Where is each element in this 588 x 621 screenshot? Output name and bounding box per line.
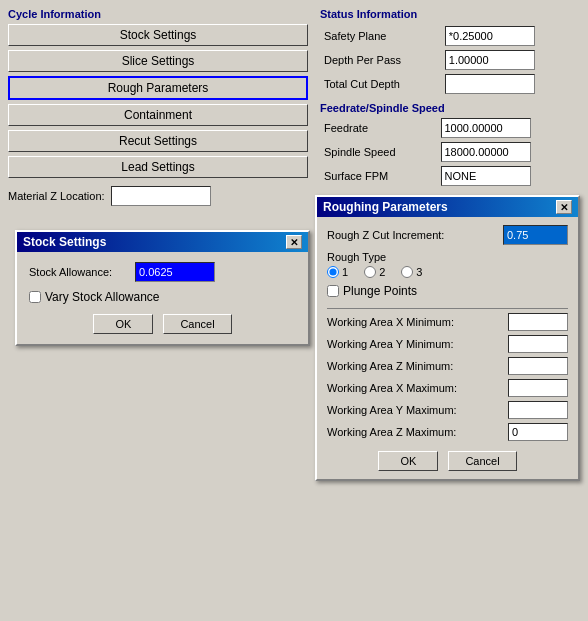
rough-parameters-button[interactable]: Rough Parameters: [8, 76, 308, 100]
working-area-z-max-input[interactable]: [508, 423, 568, 441]
roughing-parameters-modal: Roughing Parameters ✕ Rough Z Cut Increm…: [315, 195, 580, 481]
roughing-cancel-button[interactable]: Cancel: [448, 451, 516, 471]
roughing-parameters-close-button[interactable]: ✕: [556, 200, 572, 214]
right-panel: Status Information Safety Plane Depth Pe…: [320, 8, 580, 188]
stock-ok-button[interactable]: OK: [93, 314, 153, 334]
working-area-y-max-label: Working Area Y Maximum:: [327, 404, 508, 416]
stock-settings-buttons: OK Cancel: [29, 314, 296, 334]
cycle-info-title: Cycle Information: [8, 8, 308, 20]
stock-settings-modal: Stock Settings ✕ Stock Allowance: Vary S…: [15, 230, 310, 346]
feedrate-row: Feedrate: [320, 116, 580, 140]
working-area-z-max-row: Working Area Z Maximum:: [327, 423, 568, 441]
feedrate-table: Feedrate Spindle Speed Surface FPM: [320, 116, 580, 188]
stock-settings-content: Stock Allowance: Vary Stock Allowance OK…: [17, 252, 308, 344]
spindle-speed-input[interactable]: [441, 142, 531, 162]
vary-stock-allowance-label: Vary Stock Allowance: [45, 290, 160, 304]
status-info-title: Status Information: [320, 8, 580, 20]
working-area-y-min-input[interactable]: [508, 335, 568, 353]
working-area-z-max-label: Working Area Z Maximum:: [327, 426, 508, 438]
depth-per-pass-input[interactable]: [445, 50, 535, 70]
total-cut-depth-input[interactable]: [445, 74, 535, 94]
rough-type-radio-group: 1 2 3: [327, 266, 568, 278]
safety-plane-label: Safety Plane: [320, 24, 441, 48]
status-table: Safety Plane Depth Per Pass Total Cut De…: [320, 24, 580, 96]
roughing-parameters-buttons: OK Cancel: [327, 451, 568, 471]
working-area-z-min-label: Working Area Z Minimum:: [327, 360, 508, 372]
working-area-y-max-row: Working Area Y Maximum:: [327, 401, 568, 419]
depth-per-pass-label: Depth Per Pass: [320, 48, 441, 72]
rough-type-3-label[interactable]: 3: [401, 266, 422, 278]
rough-type-2-text: 2: [379, 266, 385, 278]
plunge-points-label: Plunge Points: [343, 284, 417, 298]
slice-settings-button[interactable]: Slice Settings: [8, 50, 308, 72]
divider-1: [327, 308, 568, 309]
spindle-speed-row: Spindle Speed: [320, 140, 580, 164]
feedrate-input[interactable]: [441, 118, 531, 138]
total-cut-depth-label: Total Cut Depth: [320, 72, 441, 96]
plunge-points-row: Plunge Points: [327, 284, 568, 298]
stock-allowance-input[interactable]: [135, 262, 215, 282]
working-area-y-min-label: Working Area Y Minimum:: [327, 338, 508, 350]
rough-type-1-radio[interactable]: [327, 266, 339, 278]
vary-stock-allowance-row: Vary Stock Allowance: [29, 290, 296, 304]
cycle-buttons: Stock Settings Slice Settings Rough Para…: [8, 24, 308, 178]
working-area-x-min-input[interactable]: [508, 313, 568, 331]
spindle-speed-label: Spindle Speed: [320, 140, 437, 164]
material-z-label: Material Z Location:: [8, 190, 105, 202]
rough-z-cut-label: Rough Z Cut Increment:: [327, 229, 497, 241]
rough-type-3-radio[interactable]: [401, 266, 413, 278]
material-z-row: Material Z Location:: [8, 186, 308, 206]
stock-allowance-label: Stock Allowance:: [29, 266, 129, 278]
working-area-z-min-input[interactable]: [508, 357, 568, 375]
stock-settings-button[interactable]: Stock Settings: [8, 24, 308, 46]
feedrate-label: Feedrate: [320, 116, 437, 140]
surface-fpm-row: Surface FPM: [320, 164, 580, 188]
vary-stock-allowance-checkbox[interactable]: [29, 291, 41, 303]
roughing-parameters-title: Roughing Parameters: [323, 200, 448, 214]
rough-z-cut-row: Rough Z Cut Increment:: [327, 225, 568, 245]
rough-type-1-label[interactable]: 1: [327, 266, 348, 278]
working-area-y-min-row: Working Area Y Minimum:: [327, 335, 568, 353]
surface-fpm-label: Surface FPM: [320, 164, 437, 188]
lead-settings-button[interactable]: Lead Settings: [8, 156, 308, 178]
rough-type-2-radio[interactable]: [364, 266, 376, 278]
roughing-ok-button[interactable]: OK: [378, 451, 438, 471]
working-area-z-min-row: Working Area Z Minimum:: [327, 357, 568, 375]
stock-settings-close-button[interactable]: ✕: [286, 235, 302, 249]
working-area-x-max-label: Working Area X Maximum:: [327, 382, 508, 394]
rough-type-section: Rough Type 1 2 3: [327, 251, 568, 278]
stock-settings-title: Stock Settings: [23, 235, 106, 249]
recut-settings-button[interactable]: Recut Settings: [8, 130, 308, 152]
roughing-parameters-titlebar: Roughing Parameters ✕: [317, 197, 578, 217]
plunge-points-checkbox[interactable]: [327, 285, 339, 297]
material-z-input[interactable]: [111, 186, 211, 206]
working-area-x-max-input[interactable]: [508, 379, 568, 397]
depth-per-pass-row: Depth Per Pass: [320, 48, 580, 72]
working-area-x-min-label: Working Area X Minimum:: [327, 316, 508, 328]
rough-type-label: Rough Type: [327, 251, 568, 263]
feedrate-spindle-title: Feedrate/Spindle Speed: [320, 102, 580, 114]
stock-allowance-row: Stock Allowance:: [29, 262, 296, 282]
surface-fpm-input[interactable]: [441, 166, 531, 186]
rough-type-2-label[interactable]: 2: [364, 266, 385, 278]
stock-settings-titlebar: Stock Settings ✕: [17, 232, 308, 252]
left-panel: Cycle Information Stock Settings Slice S…: [8, 8, 308, 206]
stock-cancel-button[interactable]: Cancel: [163, 314, 231, 334]
rough-type-1-text: 1: [342, 266, 348, 278]
roughing-parameters-content: Rough Z Cut Increment: Rough Type 1 2: [317, 217, 578, 479]
total-cut-depth-row: Total Cut Depth: [320, 72, 580, 96]
main-panel: Cycle Information Stock Settings Slice S…: [0, 0, 588, 621]
feedrate-section: Feedrate/Spindle Speed Feedrate Spindle …: [320, 102, 580, 188]
working-area-y-max-input[interactable]: [508, 401, 568, 419]
rough-z-cut-input[interactable]: [503, 225, 568, 245]
working-area-x-max-row: Working Area X Maximum:: [327, 379, 568, 397]
safety-plane-row: Safety Plane: [320, 24, 580, 48]
working-area-x-min-row: Working Area X Minimum:: [327, 313, 568, 331]
safety-plane-input[interactable]: [445, 26, 535, 46]
containment-button[interactable]: Containment: [8, 104, 308, 126]
rough-type-3-text: 3: [416, 266, 422, 278]
